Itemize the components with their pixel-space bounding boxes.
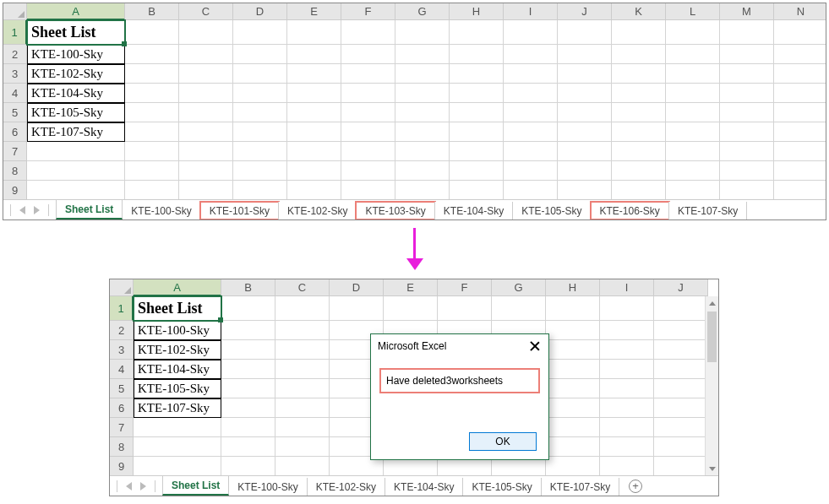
cell[interactable] <box>384 296 438 321</box>
cell[interactable] <box>774 142 826 161</box>
cell[interactable] <box>654 398 708 418</box>
cell[interactable] <box>233 103 287 122</box>
cell[interactable] <box>546 379 600 398</box>
cell[interactable] <box>546 457 600 476</box>
cell[interactable] <box>666 64 720 84</box>
cell[interactable] <box>221 418 275 437</box>
cell[interactable] <box>134 457 221 476</box>
cell[interactable] <box>125 103 179 122</box>
cell[interactable] <box>395 142 450 161</box>
cell[interactable] <box>134 437 221 457</box>
row-header-6[interactable]: 6 <box>110 398 134 418</box>
cell[interactable] <box>341 181 395 200</box>
cell[interactable] <box>233 161 287 181</box>
cell-A2[interactable]: KTE-100-Sky <box>134 321 221 340</box>
cell[interactable] <box>504 84 558 103</box>
cell[interactable] <box>179 103 233 122</box>
cell[interactable] <box>330 296 384 321</box>
cell[interactable] <box>612 103 666 122</box>
cell[interactable] <box>395 84 450 103</box>
cell[interactable] <box>125 161 179 181</box>
cell[interactable] <box>221 398 275 418</box>
cell[interactable] <box>546 398 600 418</box>
cell[interactable] <box>221 457 275 476</box>
col-header-I[interactable]: I <box>504 3 558 20</box>
sheet-tab[interactable]: KTE-107-Sky <box>541 478 619 496</box>
cell[interactable] <box>233 64 287 84</box>
tabnav-prev-icon[interactable] <box>19 206 25 214</box>
cell[interactable] <box>558 181 612 200</box>
cell[interactable] <box>125 20 179 45</box>
cell[interactable] <box>504 20 558 45</box>
cell[interactable] <box>558 122 612 142</box>
cell[interactable] <box>504 122 558 142</box>
cell[interactable] <box>774 20 826 45</box>
cell[interactable] <box>341 161 395 181</box>
scroll-thumb[interactable] <box>707 312 717 362</box>
cell[interactable] <box>720 20 774 45</box>
cell[interactable] <box>774 64 826 84</box>
new-sheet-button[interactable]: + <box>629 480 642 493</box>
tabnav-next-icon[interactable] <box>140 482 146 490</box>
cell[interactable] <box>341 142 395 161</box>
cell[interactable] <box>450 161 504 181</box>
cell[interactable] <box>600 379 654 398</box>
cell-A3[interactable]: KTE-102-Sky <box>134 340 221 360</box>
cell[interactable] <box>125 142 179 161</box>
cell[interactable] <box>504 161 558 181</box>
cell[interactable] <box>654 418 708 437</box>
cell[interactable] <box>125 181 179 200</box>
cell-A5[interactable]: KTE-105-Sky <box>27 103 125 122</box>
cell-A1[interactable]: Sheet List <box>134 296 221 321</box>
scroll-down-icon[interactable] <box>706 462 718 475</box>
vertical-scrollbar[interactable] <box>705 296 718 475</box>
cell[interactable] <box>720 84 774 103</box>
cell[interactable] <box>341 20 395 45</box>
cell[interactable] <box>450 64 504 84</box>
cell[interactable] <box>287 142 341 161</box>
cell-A1[interactable]: Sheet List <box>27 20 125 45</box>
cell[interactable] <box>654 457 708 476</box>
cell[interactable] <box>450 122 504 142</box>
cell[interactable] <box>504 142 558 161</box>
cell[interactable] <box>720 142 774 161</box>
cell[interactable] <box>600 418 654 437</box>
cell[interactable] <box>179 142 233 161</box>
cell[interactable] <box>287 181 341 200</box>
sheet-tab[interactable]: KTE-104-Sky <box>434 202 513 219</box>
cell[interactable] <box>774 45 826 64</box>
cell[interactable] <box>504 181 558 200</box>
cell[interactable] <box>492 296 546 321</box>
sheet-tab[interactable]: KTE-106-Sky <box>591 202 669 219</box>
col-header-J[interactable]: J <box>558 3 612 20</box>
cell[interactable] <box>774 161 826 181</box>
cell[interactable] <box>221 360 275 379</box>
cell[interactable] <box>125 122 179 142</box>
cell[interactable] <box>233 20 287 45</box>
cell[interactable] <box>546 360 600 379</box>
cell[interactable] <box>654 321 708 340</box>
cell[interactable] <box>395 20 450 45</box>
cell[interactable] <box>774 181 826 200</box>
cell[interactable] <box>654 437 708 457</box>
close-icon[interactable] <box>528 339 542 353</box>
cell[interactable] <box>233 122 287 142</box>
tabnav-next-icon[interactable] <box>34 206 40 214</box>
cell[interactable] <box>720 122 774 142</box>
cell[interactable] <box>395 103 450 122</box>
cell[interactable] <box>221 437 275 457</box>
cell[interactable] <box>774 122 826 142</box>
cell-A2[interactable]: KTE-100-Sky <box>27 45 125 64</box>
spreadsheet-grid[interactable]: A B C D E F G H I J K L M N 1 Sheet List… <box>3 3 826 200</box>
cell[interactable] <box>233 142 287 161</box>
cell[interactable] <box>546 340 600 360</box>
cell[interactable] <box>341 122 395 142</box>
cell-A6[interactable]: KTE-107-Sky <box>27 122 125 142</box>
row-header-8[interactable]: 8 <box>3 161 27 181</box>
cell[interactable] <box>720 45 774 64</box>
cell[interactable] <box>125 64 179 84</box>
row-header-7[interactable]: 7 <box>110 418 134 437</box>
cell-A4[interactable]: KTE-104-Sky <box>134 360 221 379</box>
cell[interactable] <box>450 142 504 161</box>
cell[interactable] <box>395 64 450 84</box>
